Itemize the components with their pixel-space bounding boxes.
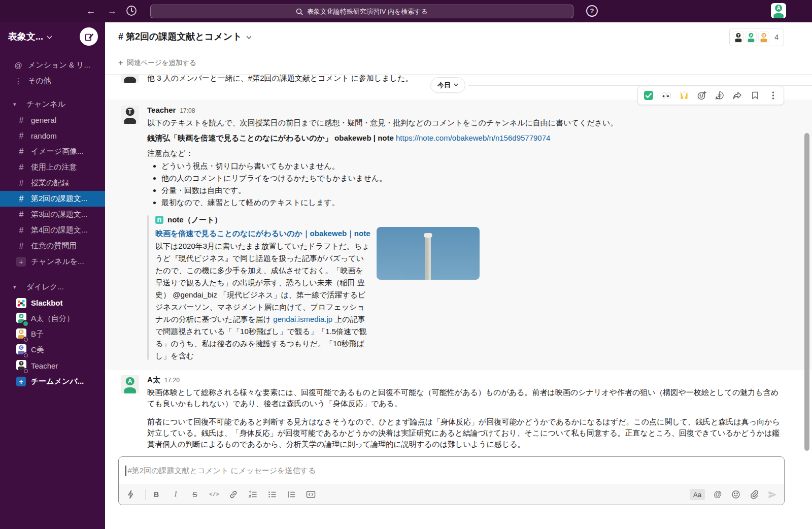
channel-class-records[interactable]: #授業の記録 xyxy=(0,175,105,191)
workspace-name[interactable]: 表象文... xyxy=(8,30,43,43)
dm-slackbot[interactable]: Slackbot xyxy=(0,295,105,311)
compose-button[interactable] xyxy=(80,27,98,46)
history-back-button[interactable]: ← xyxy=(83,4,98,19)
canvas-tab-bar: + 関連ページを追加する xyxy=(105,51,812,75)
toolbar-divider xyxy=(145,489,146,500)
notes-bullet-list: どういう視点・切り口から書いてもかまいません。 他の人のコメントにリプライをつけ… xyxy=(147,160,784,209)
bold-button[interactable]: B xyxy=(151,489,162,500)
plus-icon: + xyxy=(16,257,26,267)
history-clock-icon[interactable] xyxy=(126,5,137,16)
dm-section-header[interactable]: ▾ ダイレク... xyxy=(0,279,105,295)
caret-down-icon: ▾ xyxy=(13,101,20,108)
channel-random[interactable]: #random xyxy=(0,128,105,144)
channel-title[interactable]: # 第2回の課題文献とコメント xyxy=(118,30,242,43)
teacher-avatar[interactable]: T xyxy=(121,106,139,124)
preview-title-link[interactable]: 映画を倍速で見ることのなにがわるいのか｜obakeweb｜note xyxy=(155,227,370,240)
presence-offline-dot xyxy=(24,369,28,373)
user-avatar[interactable]: A xyxy=(771,3,812,20)
date-pill-today[interactable]: 今日 xyxy=(430,77,465,93)
scrollbar-thumb[interactable] xyxy=(804,133,809,451)
link-button[interactable] xyxy=(228,489,239,500)
sidebar-item-mentions[interactable]: @ メンション & リ... xyxy=(0,57,105,73)
message-citation: 銭清弘「映画を倍速で見ることのなにがわるいのか」 obakeweb | note… xyxy=(147,133,784,144)
mention-button[interactable]: @ xyxy=(712,489,723,500)
message-text: 映画体験として総称される様々な要素には、回復可能であるものと回復不可能な（可能性… xyxy=(147,387,784,409)
inline-code-button[interactable]: </> xyxy=(209,489,220,500)
note-favicon xyxy=(155,216,163,224)
invite-teammates-button[interactable]: +チームメンバ... xyxy=(0,374,105,389)
help-button[interactable]: ? xyxy=(586,5,598,17)
shortcuts-lightning-icon[interactable] xyxy=(125,489,136,500)
timestamp[interactable]: 17:08 xyxy=(180,107,195,114)
channel-session4[interactable]: #第4回の課題文... xyxy=(0,222,105,238)
bko-avatar: B xyxy=(16,328,26,340)
text-caret xyxy=(125,466,126,476)
chevron-down-icon xyxy=(454,83,458,87)
dm-ataro-self[interactable]: A A太（自分） xyxy=(0,311,105,326)
channel-general[interactable]: #general xyxy=(0,112,105,128)
more-actions-icon[interactable] xyxy=(768,90,778,101)
dm-bko[interactable]: B B子 xyxy=(0,326,105,342)
dm-cmi[interactable]: C C美 xyxy=(0,342,105,358)
strikethrough-button[interactable]: S xyxy=(189,489,200,500)
member-count: 4 xyxy=(774,33,779,41)
eyes-reaction-icon[interactable] xyxy=(661,90,671,101)
plus-icon: + xyxy=(118,58,123,68)
sidebar-item-more[interactable]: ⋮ その他 xyxy=(0,73,105,89)
attach-paperclip-icon[interactable] xyxy=(749,489,760,500)
channel-image[interactable]: #イメージ画像... xyxy=(0,144,105,159)
cmi-avatar: C xyxy=(16,344,26,356)
plus-icon: + xyxy=(16,377,26,386)
ataro-avatar[interactable]: A xyxy=(121,375,139,393)
message-input[interactable]: #第2回の課題文献とコメント にメッセージを送信する xyxy=(119,457,784,484)
emoji-button[interactable] xyxy=(730,489,741,500)
main-area: # 第2回の課題文献とコメント T A B 4 + 関連ページを追加する 今日 … xyxy=(105,22,812,529)
author-name[interactable]: A太 xyxy=(147,375,160,384)
slackbot-avatar xyxy=(16,298,26,308)
hash-icon: # xyxy=(16,210,26,219)
chevron-down-icon xyxy=(47,36,52,40)
channel-session2-active[interactable]: #第2回の課題文... xyxy=(0,191,105,207)
hash-icon: # xyxy=(16,116,26,125)
dm-teacher[interactable]: T Teacher xyxy=(0,358,105,374)
ordered-list-button[interactable] xyxy=(247,489,258,500)
italic-button[interactable]: I xyxy=(170,489,181,500)
preview-provider-name: note（ノート） xyxy=(167,214,222,225)
check-mark-reaction-icon[interactable] xyxy=(644,90,654,101)
share-message-icon[interactable] xyxy=(732,90,742,101)
timestamp[interactable]: 17:20 xyxy=(164,377,180,384)
channel-usage-notes[interactable]: #使用上の注意 xyxy=(0,159,105,175)
composer-placeholder: #第2回の課題文献とコメント にメッセージを送信する xyxy=(128,466,316,476)
author-name[interactable]: Teacher xyxy=(147,106,176,114)
member-avatar: A xyxy=(746,31,757,43)
search-bar[interactable]: 表象文化論特殊研究演習IV 内を検索する xyxy=(150,5,573,18)
teacher-avatar[interactable]: T xyxy=(121,75,139,83)
hash-icon: # xyxy=(16,242,26,251)
reply-thread-icon[interactable] xyxy=(715,90,725,101)
raised-hands-reaction-icon[interactable] xyxy=(679,90,689,101)
bullet-item: 最初なので、練習として軽めのテキストにします。 xyxy=(161,196,784,209)
caret-down-icon: ▾ xyxy=(13,284,20,290)
bullet-item: どういう視点・切り口から書いてもかまいません。 xyxy=(161,160,784,172)
hash-icon: # xyxy=(16,131,26,141)
code-block-button[interactable] xyxy=(305,489,316,500)
send-button[interactable] xyxy=(767,489,778,500)
preview-thumbnail-tower-image[interactable] xyxy=(377,227,480,280)
sidebar-nav: @ メンション & リ... ⋮ その他 ▾ チャンネル #general #r… xyxy=(0,51,105,389)
bullet-list-button[interactable] xyxy=(266,489,278,500)
notes-label: 注意点など： xyxy=(147,148,784,159)
add-channel-button[interactable]: +チャンネルを... xyxy=(0,254,105,270)
channels-section-header[interactable]: ▾ チャンネル xyxy=(0,96,105,112)
channel-questions[interactable]: #任意の質問用 xyxy=(0,238,105,254)
note-url-link[interactable]: https://note.com/obakeweb/n/n156d9577907… xyxy=(396,134,550,142)
history-forward-button[interactable]: → xyxy=(105,4,120,19)
add-reaction-icon[interactable] xyxy=(697,90,707,101)
gendai-link[interactable]: gendai.ismedia.jp xyxy=(273,315,332,323)
add-related-pages-tab[interactable]: 関連ページを追加する xyxy=(127,58,196,68)
channel-session3[interactable]: #第3回の課題文... xyxy=(0,207,105,222)
blockquote-button[interactable] xyxy=(286,489,297,500)
show-formatting-button[interactable]: Aa xyxy=(690,489,705,500)
bookmark-icon[interactable] xyxy=(750,90,760,101)
slackbot-icon xyxy=(16,298,26,308)
member-count-widget[interactable]: T A B 4 xyxy=(729,28,784,46)
